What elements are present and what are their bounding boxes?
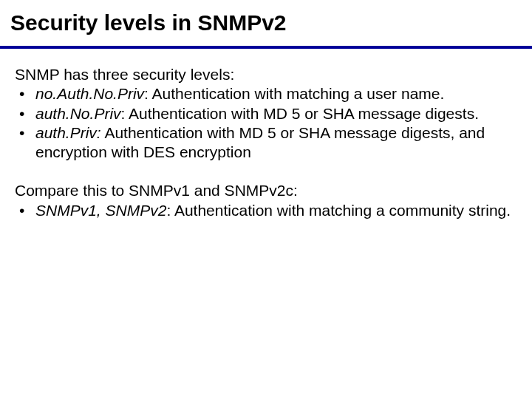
sep: : — [121, 105, 129, 122]
term: no.Auth.No.Priv — [35, 85, 144, 102]
desc: Authentication with matching a community… — [174, 202, 511, 219]
list-item: auth.Priv: Authentication with MD 5 or S… — [15, 123, 519, 163]
list-item: SNMPv1, SNMPv2: Authentication with matc… — [15, 201, 519, 220]
title-underline — [0, 46, 532, 49]
desc: Authentication with MD 5 or SHA message … — [129, 105, 479, 122]
intro-text-1: SNMP has three security levels: — [15, 65, 519, 84]
list-item: no.Auth.No.Priv: Authentication with mat… — [15, 84, 519, 103]
slide-body: SNMP has three security levels: no.Auth.… — [15, 65, 519, 220]
term: auth.Priv: — [35, 124, 101, 141]
page-title: Security levels in SNMPv2 — [10, 10, 287, 35]
intro-text-2: Compare this to SNMPv1 and SNMPv2c: — [15, 181, 519, 200]
term: auth.No.Priv — [35, 105, 121, 122]
term: SNMPv1, SNMPv2 — [35, 202, 166, 219]
bullet-list-2: SNMPv1, SNMPv2: Authentication with matc… — [15, 201, 519, 220]
bullet-list-1: no.Auth.No.Priv: Authentication with mat… — [15, 84, 519, 162]
sep: : — [166, 202, 174, 219]
slide: Security levels in SNMPv2 SNMP has three… — [0, 0, 532, 399]
sep: : — [144, 85, 152, 102]
desc: Authentication with matching a user name… — [152, 85, 445, 102]
list-item: auth.No.Priv: Authentication with MD 5 o… — [15, 104, 519, 123]
spacer — [15, 162, 519, 181]
